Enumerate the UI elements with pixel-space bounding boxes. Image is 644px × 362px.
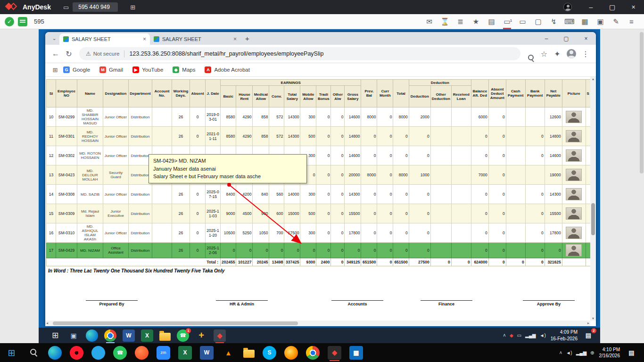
host-notification-icon[interactable]: ▤ bbox=[625, 346, 638, 360]
anydesk-icon[interactable]: ◆ bbox=[214, 329, 226, 342]
browser-close-button[interactable]: × bbox=[576, 35, 596, 42]
bookmark-google[interactable]: GGoogle bbox=[63, 66, 90, 73]
remote-clock[interactable]: 4:09 PM 16-Feb-2026 bbox=[551, 329, 578, 342]
scroll-up-icon[interactable]: ▲ bbox=[590, 77, 596, 81]
bookmark-gmail[interactable]: MGmail bbox=[99, 66, 123, 73]
new-tab-button[interactable]: + bbox=[245, 34, 249, 42]
bookmark-adobe-acrobat[interactable]: AAdobe Acrobat bbox=[205, 66, 249, 73]
bookmark-youtube[interactable]: ▶YouTube bbox=[132, 66, 163, 73]
table-cell: 0 bbox=[331, 243, 345, 258]
opera-icon[interactable] bbox=[70, 346, 83, 360]
brave-icon[interactable] bbox=[135, 346, 149, 360]
browser-menu-icon[interactable]: ⋮ bbox=[579, 49, 592, 58]
note-tooltip: SM-0429> MD. NIZAM January Maser data as… bbox=[149, 154, 307, 183]
host-clock[interactable]: 4:10 PM 2/16/2026 bbox=[599, 346, 620, 359]
scroll-left-icon[interactable]: ◂ bbox=[46, 321, 48, 325]
whatsapp-icon[interactable]: ☎ bbox=[113, 346, 127, 360]
start-button[interactable]: ⊞ bbox=[5, 346, 18, 360]
monitor-1-icon[interactable]: ▭1 bbox=[502, 17, 512, 26]
tab-label: SALARY SHEET bbox=[72, 36, 140, 42]
chat-status-icon[interactable] bbox=[18, 17, 27, 26]
scroll-down-icon[interactable]: ▼ bbox=[590, 317, 596, 320]
anydesk-close-button[interactable]: × bbox=[623, 0, 644, 14]
table-cell: 0 bbox=[488, 107, 506, 127]
scroll-right-icon[interactable]: ▸ bbox=[587, 321, 589, 325]
vertical-scrollbar[interactable]: ▲ ▼ bbox=[590, 77, 596, 321]
bookmark-star-icon[interactable]: ☆ bbox=[537, 49, 551, 58]
excel-icon[interactable]: X bbox=[178, 346, 192, 360]
globe-tray-icon[interactable]: ⊕ bbox=[590, 350, 594, 355]
volume-tray-icon[interactable]: ◄) bbox=[566, 350, 572, 355]
reload-button[interactable]: ↻ bbox=[62, 49, 75, 58]
anydesk-maximize-button[interactable]: ▢ bbox=[602, 0, 623, 14]
chrome-icon[interactable] bbox=[104, 329, 116, 342]
plus-app-icon[interactable]: + bbox=[195, 329, 207, 342]
chrome-icon[interactable] bbox=[306, 346, 320, 360]
horizontal-scroll-thumb[interactable] bbox=[53, 321, 298, 325]
profile-avatar[interactable] bbox=[567, 49, 576, 58]
telegram-icon[interactable] bbox=[91, 346, 105, 360]
anydesk-icon[interactable]: ◆ bbox=[328, 346, 341, 360]
whiteboard-icon[interactable]: ✎ bbox=[611, 17, 621, 26]
displays-icon[interactable]: ▣ bbox=[595, 17, 605, 26]
employee-photo bbox=[566, 130, 582, 142]
menu-icon[interactable]: ≡ bbox=[627, 17, 636, 26]
browser-maximize-button[interactable]: ▢ bbox=[556, 35, 576, 42]
anydesk-minimize-button[interactable]: – bbox=[580, 0, 602, 14]
anydesk-app-title: AnyDesk bbox=[23, 3, 51, 11]
anydesk-scrollbar[interactable] bbox=[640, 32, 644, 173]
display-tray-icon[interactable]: ▭ bbox=[517, 333, 521, 338]
folder-icon[interactable] bbox=[159, 333, 171, 341]
vlc-icon[interactable]: ▲ bbox=[222, 346, 235, 360]
back-button[interactable]: ← bbox=[49, 49, 62, 58]
security-chip[interactable]: ⚠ Not secure bbox=[86, 50, 119, 57]
account-avatar[interactable] bbox=[563, 3, 572, 11]
tab-close-icon[interactable]: × bbox=[233, 36, 237, 42]
zoom-icon[interactable]: zm bbox=[157, 346, 170, 360]
permissions-icon[interactable]: ▦ bbox=[580, 17, 590, 26]
search-icon[interactable] bbox=[26, 346, 40, 360]
add-monitor-icon[interactable]: ⊞ bbox=[130, 4, 135, 11]
connection-info-icon[interactable]: ≣ bbox=[455, 17, 465, 26]
task-view-icon[interactable]: ▣ bbox=[67, 329, 80, 342]
network-tray-icon[interactable]: ▂▄▆ bbox=[576, 350, 586, 355]
firefox-icon[interactable] bbox=[284, 346, 298, 360]
vertical-scroll-thumb[interactable] bbox=[591, 203, 595, 235]
horizontal-scrollbar[interactable]: ◂ ▸ bbox=[45, 321, 590, 326]
word-icon[interactable]: W bbox=[200, 346, 214, 360]
start-button[interactable]: ⊞ bbox=[49, 329, 61, 342]
actions-icon[interactable]: ↯ bbox=[549, 17, 559, 26]
bookmark-maps[interactable]: ◆Maps bbox=[173, 66, 195, 73]
tab-salary-sheet-2[interactable]: SALARY SHEET × bbox=[150, 33, 240, 45]
file-transfer-icon[interactable]: ▤ bbox=[487, 17, 496, 26]
folder-icon[interactable] bbox=[243, 350, 255, 358]
word-icon[interactable]: W bbox=[123, 329, 135, 342]
tray-expand-icon[interactable]: ˄ bbox=[503, 333, 506, 338]
network-tray-icon[interactable]: ▂▄▆ bbox=[525, 333, 536, 338]
tab-salary-sheet-1[interactable]: SALARY SHEET × bbox=[59, 33, 150, 45]
whatsapp-icon[interactable]: ☎1 bbox=[177, 329, 189, 342]
tab-search-button[interactable]: ⌄ bbox=[49, 35, 59, 41]
session-duration-icon[interactable]: ⌛ bbox=[440, 17, 450, 26]
address-bar[interactable]: ⚠ Not secure 123.253.36.250:8088/sharif_… bbox=[79, 47, 520, 60]
tab-close-icon[interactable]: × bbox=[143, 36, 146, 42]
keyboard-icon[interactable]: ⌨ bbox=[564, 17, 574, 26]
monitor-2-icon[interactable]: ▭ bbox=[518, 17, 528, 26]
edge-icon[interactable] bbox=[86, 329, 98, 342]
favorites-icon[interactable]: ★ bbox=[471, 17, 481, 26]
calculator-icon[interactable]: ▦ bbox=[349, 346, 363, 360]
chat-icon[interactable]: ▢ bbox=[533, 17, 543, 26]
edge-icon[interactable] bbox=[48, 346, 62, 360]
browser-minimize-button[interactable]: – bbox=[537, 35, 556, 42]
extensions-icon[interactable]: ✦ bbox=[551, 49, 564, 58]
tray-expand-icon[interactable]: ˄ bbox=[560, 350, 562, 355]
message-icon[interactable]: ✉ bbox=[424, 17, 434, 26]
volume-tray-icon[interactable]: ◄) bbox=[540, 333, 546, 338]
anydesk-address-field[interactable]: 595 440 949 bbox=[73, 2, 118, 12]
excel-icon[interactable]: X bbox=[141, 329, 153, 342]
anydesk-tray-icon[interactable]: ◆ bbox=[510, 333, 513, 338]
skype-icon[interactable]: S bbox=[263, 346, 276, 360]
apps-grid-icon[interactable]: ⊞ bbox=[50, 66, 60, 74]
notification-icon[interactable]: ▤ 2 bbox=[582, 329, 594, 342]
table-cell: 600 bbox=[269, 204, 284, 223]
